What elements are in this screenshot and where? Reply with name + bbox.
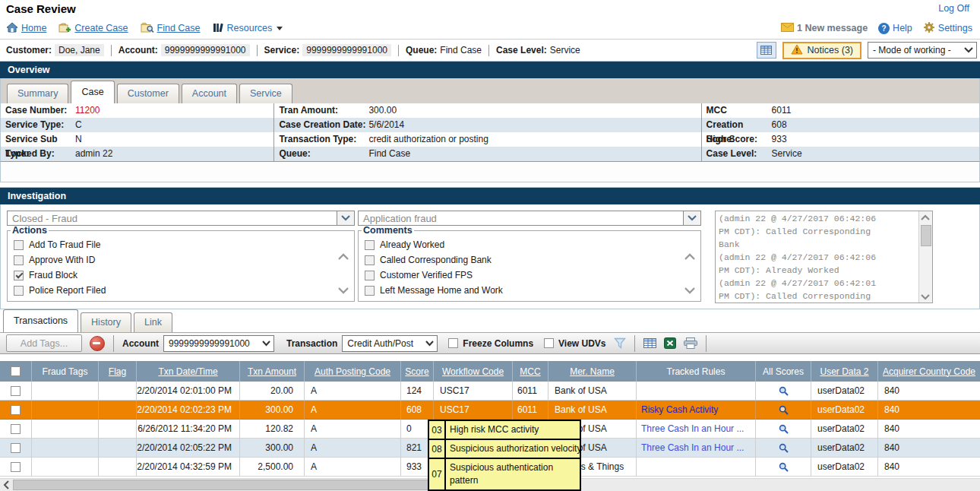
- scroll-up-icon[interactable]: [919, 211, 931, 223]
- export-excel-icon[interactable]: [664, 337, 676, 349]
- row-checkbox[interactable]: [11, 462, 21, 472]
- comment-checkbox-item[interactable]: Already Worked: [365, 239, 700, 251]
- transaction-row-selected[interactable]: 2/20/2014 02:02:23 PM 300.00 A 608 USC17…: [0, 401, 980, 420]
- view-udvs-checkbox[interactable]: [544, 338, 554, 348]
- settings-label[interactable]: Settings: [938, 23, 972, 33]
- log-scrollbar[interactable]: [918, 211, 932, 303]
- col-header-txn-amount[interactable]: Txn Amount: [240, 361, 305, 382]
- checkbox[interactable]: [14, 255, 24, 265]
- checkbox-label: Customer Verified FPS: [380, 270, 473, 280]
- col-header-workflow-code[interactable]: Workflow Code: [434, 361, 513, 382]
- nav-resources-label[interactable]: Resources: [227, 23, 273, 33]
- nav-resources[interactable]: Resources: [213, 22, 283, 35]
- comment-checkbox-item[interactable]: Left Message Home and Work: [365, 284, 700, 296]
- tab-link[interactable]: Link: [134, 312, 172, 332]
- select-all-checkbox[interactable]: [11, 366, 21, 376]
- col-header-auth-posting-code[interactable]: Auth Posting Code: [305, 361, 401, 382]
- tab-service[interactable]: Service: [239, 84, 292, 103]
- checkbox[interactable]: [365, 286, 375, 296]
- scroll-up-icon[interactable]: [337, 252, 349, 263]
- notices-label: Notices (3): [808, 45, 853, 55]
- action-checkbox-item[interactable]: Fraud Block: [14, 269, 354, 281]
- print-icon[interactable]: [684, 337, 697, 349]
- nav-home[interactable]: Home: [6, 22, 46, 35]
- tab-history[interactable]: History: [81, 312, 131, 332]
- comment-checkbox-item-partial[interactable]: [365, 299, 700, 302]
- nav-help[interactable]: ? Help: [878, 23, 912, 34]
- checkbox[interactable]: [14, 286, 24, 296]
- grid-view-icon[interactable]: [643, 338, 656, 348]
- tracked-rule-link[interactable]: Three Cash In an Hour ...: [641, 423, 744, 434]
- all-scores-magnifier-icon[interactable]: [779, 462, 789, 472]
- checkbox[interactable]: [14, 240, 24, 250]
- tracked-rule-link[interactable]: Risky Cash Activity: [641, 404, 718, 415]
- col-header-mer-name[interactable]: Mer. Name: [548, 361, 637, 382]
- account-select[interactable]: 9999999999991000: [163, 335, 274, 352]
- scroll-left-icon[interactable]: [0, 479, 13, 491]
- tab-customer[interactable]: Customer: [117, 84, 179, 103]
- col-header-mcc[interactable]: MCC: [513, 361, 548, 382]
- cell-mcc: 6011: [513, 401, 548, 420]
- scroll-down-icon[interactable]: [919, 290, 931, 303]
- tracked-rule-link[interactable]: Three Cash In an Hour ...: [641, 442, 744, 453]
- notices-button[interactable]: Notices (3): [782, 42, 861, 59]
- field-value: 5/6/2014: [367, 118, 404, 132]
- action-checkbox-item-partial[interactable]: [14, 299, 354, 302]
- row-checkbox[interactable]: [11, 386, 21, 396]
- scroll-down-icon[interactable]: [337, 286, 349, 296]
- freeze-columns-checkbox-item[interactable]: Freeze Columns: [448, 338, 533, 349]
- checkbox[interactable]: [365, 271, 375, 280]
- tab-summary[interactable]: Summary: [7, 84, 68, 103]
- all-scores-magnifier-icon[interactable]: [779, 424, 789, 434]
- mode-of-working-select[interactable]: - Mode of working -: [868, 42, 977, 59]
- queue-value: Find Case: [440, 45, 482, 55]
- scroll-up-icon[interactable]: [684, 252, 696, 263]
- nav-home-label[interactable]: Home: [21, 23, 46, 33]
- no-entry-icon[interactable]: [90, 336, 105, 351]
- fraud-type-select[interactable]: Application fraud: [358, 211, 701, 226]
- freeze-columns-checkbox[interactable]: [448, 338, 458, 348]
- scroll-down-icon[interactable]: [684, 286, 696, 296]
- filter-icon[interactable]: [614, 337, 626, 349]
- checkbox[interactable]: [14, 301, 24, 303]
- new-message-indicator[interactable]: 1 New message: [781, 23, 868, 34]
- status-select[interactable]: Closed - Fraud: [7, 211, 355, 226]
- checkbox[interactable]: [14, 271, 24, 280]
- checkbox[interactable]: [365, 240, 375, 250]
- action-checkbox-item[interactable]: Approve With ID: [14, 254, 354, 266]
- col-header-user-data-2[interactable]: User Data 2: [811, 361, 878, 382]
- action-checkbox-item[interactable]: Add To Fraud File: [14, 239, 354, 251]
- scrollbar-thumb[interactable]: [921, 225, 931, 246]
- all-scores-magnifier-icon[interactable]: [779, 443, 789, 453]
- nav-find-case[interactable]: Find Case: [141, 22, 201, 35]
- nav-settings[interactable]: Settings: [923, 21, 972, 36]
- scrollbar-thumb[interactable]: [13, 480, 446, 490]
- transaction-select[interactable]: Credit Auth/Post: [342, 335, 438, 352]
- nav-create-case[interactable]: Create Case: [58, 22, 128, 35]
- action-checkbox-item[interactable]: Police Report Filed: [14, 284, 354, 296]
- checkbox[interactable]: [365, 301, 375, 303]
- col-header-flag[interactable]: Flag: [99, 361, 137, 382]
- view-udvs-checkbox-item[interactable]: View UDVs: [544, 338, 605, 349]
- col-header-txn-date[interactable]: Txn Date/Time: [137, 361, 240, 382]
- grid-view-icon[interactable]: [757, 42, 776, 59]
- tab-case[interactable]: Case: [71, 81, 114, 103]
- row-checkbox[interactable]: [11, 424, 21, 434]
- transaction-row[interactable]: 2/20/2014 02:01:00 PM 20.00 A 124 USC17 …: [0, 382, 980, 401]
- row-checkbox[interactable]: [11, 405, 21, 415]
- comment-checkbox-item[interactable]: Customer Verified FPS: [365, 269, 700, 281]
- row-checkbox[interactable]: [11, 443, 21, 453]
- col-header-acquirer-country-code[interactable]: Acquirer Country Code: [878, 361, 980, 382]
- add-tags-button[interactable]: Add Tags...: [6, 334, 82, 352]
- nav-find-case-label[interactable]: Find Case: [157, 23, 201, 33]
- comment-checkbox-item[interactable]: Called Corresponding Bank: [365, 254, 700, 266]
- col-header-score[interactable]: Score: [401, 361, 434, 382]
- checkbox[interactable]: [365, 255, 375, 265]
- help-label[interactable]: Help: [893, 23, 912, 33]
- all-scores-magnifier-icon[interactable]: [779, 386, 789, 396]
- tab-transactions[interactable]: Transactions: [3, 309, 78, 332]
- all-scores-magnifier-icon[interactable]: [779, 405, 789, 415]
- log-off-link[interactable]: Log Off: [938, 3, 969, 14]
- nav-create-case-label[interactable]: Create Case: [74, 23, 128, 33]
- tab-account[interactable]: Account: [182, 84, 237, 103]
